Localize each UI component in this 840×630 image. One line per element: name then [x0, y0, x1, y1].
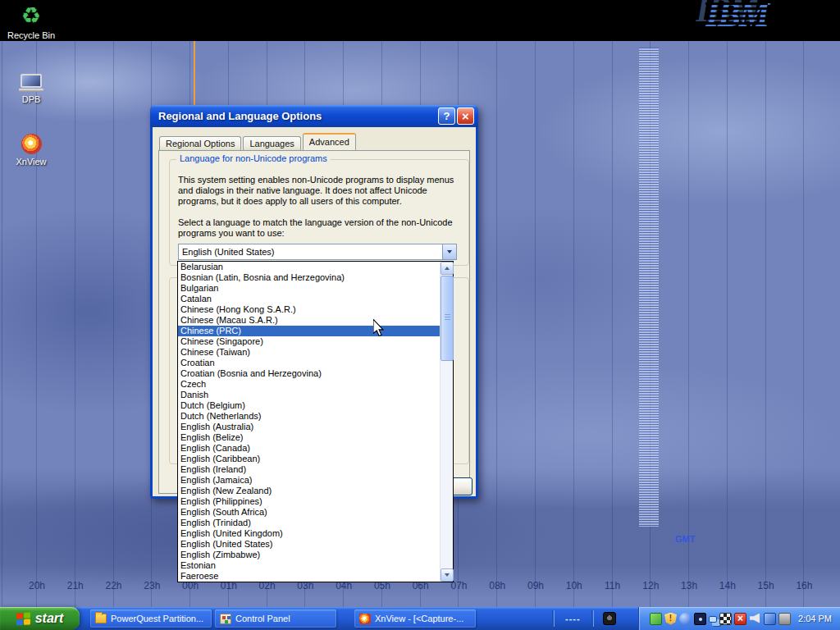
- close-button[interactable]: ×: [457, 107, 474, 125]
- task-label: XnView - [<Capture-...: [375, 614, 463, 623]
- desktop-icon-recycle-bin[interactable]: ♻ Recycle Bin: [2, 3, 61, 40]
- dialog-tabs: Regional OptionsLanguagesAdvanced: [159, 133, 358, 150]
- listbox-item[interactable]: English (Australia): [178, 422, 440, 432]
- regional-language-options-dialog: Regional and Language Options ? × Region…: [150, 105, 478, 499]
- listbox-item[interactable]: Chinese (Hong Kong S.A.R.): [178, 304, 440, 315]
- listbox-item[interactable]: Dutch (Belgium): [178, 400, 440, 411]
- task-buttons: PowerQuest Partition...Control PanelXnVi…: [90, 607, 479, 630]
- tray-security-shield-icon[interactable]: [664, 613, 677, 625]
- taskbar-task-2[interactable]: Control Panel: [215, 609, 336, 628]
- tab-regional-options[interactable]: Regional Options: [159, 136, 241, 150]
- listbox-item[interactable]: English (Trinidad): [178, 518, 440, 528]
- hour-label: 09h: [525, 580, 546, 591]
- hour-label: 08h: [486, 580, 508, 591]
- listbox-item[interactable]: Catalan: [178, 294, 440, 304]
- tab-advanced[interactable]: Advanced: [303, 133, 356, 150]
- listbox-item[interactable]: English (United States): [178, 539, 440, 550]
- listbox-item[interactable]: English (Caribbean): [178, 454, 440, 464]
- desktop-icon-xnview[interactable]: XnView: [2, 130, 61, 167]
- ibm-logo-text: IBM: [705, 0, 768, 34]
- desktop-icon-label: XnView: [16, 157, 46, 167]
- hour-label: 16h: [793, 580, 815, 591]
- deskband-divider[interactable]: [591, 610, 594, 627]
- listbox-item[interactable]: English (New Zealand): [178, 486, 440, 496]
- language-combobox[interactable]: English (United States): [178, 244, 457, 260]
- dialog-body: Regional OptionsLanguagesAdvanced Langua…: [153, 127, 476, 496]
- recycle-bin-icon: ♻: [21, 3, 41, 28]
- listbox-item[interactable]: Czech: [178, 379, 440, 390]
- windows-flag-icon: [16, 612, 30, 625]
- listbox-item[interactable]: English (South Africa): [178, 507, 440, 518]
- deskband-text[interactable]: ----: [559, 614, 587, 623]
- tray-dark-app-icon[interactable]: [694, 613, 706, 625]
- listbox-item[interactable]: English (Philippines): [178, 496, 440, 507]
- combobox-value: English (United States): [179, 244, 442, 259]
- advanced-tab-page: Language for non-Unicode programs This s…: [158, 150, 470, 494]
- listbox-item[interactable]: Croatian (Bosnia and Herzegovina): [178, 368, 440, 379]
- listbox-item[interactable]: English (Jamaica): [178, 475, 440, 486]
- hour-label: 23h: [141, 580, 162, 591]
- language-non-unicode-group: Language for non-Unicode programs This s…: [169, 159, 469, 266]
- tray-vnc-icon[interactable]: [719, 613, 732, 625]
- tray-volume-icon[interactable]: [749, 613, 761, 625]
- tray-gray-app-icon[interactable]: [778, 613, 791, 625]
- listbox-scrollbar[interactable]: [440, 262, 453, 582]
- start-button[interactable]: start: [0, 607, 80, 630]
- listbox-item[interactable]: Belarusian: [178, 262, 440, 272]
- control-panel-icon: [220, 614, 231, 624]
- group-instruction: Select a language to match the language …: [178, 217, 467, 239]
- desktop-icon-label: Recycle Bin: [7, 30, 55, 40]
- combobox-dropdown-button[interactable]: [442, 244, 456, 259]
- listbox-item[interactable]: Chinese (Macau S.A.R.): [178, 315, 440, 326]
- hour-label: 13h: [678, 580, 700, 591]
- listbox-item[interactable]: Chinese (Singapore): [178, 336, 440, 347]
- listbox-item[interactable]: Croatian: [178, 358, 440, 368]
- help-button[interactable]: ?: [438, 107, 455, 125]
- hour-label: 14h: [717, 580, 738, 591]
- listbox-item[interactable]: Danish: [178, 390, 440, 400]
- desktop-icon-dpb[interactable]: DPB: [2, 67, 61, 104]
- task-label: Control Panel: [235, 614, 290, 623]
- group-description: This system setting enables non-Unicode …: [178, 175, 467, 207]
- scrollbar-down-button[interactable]: [441, 568, 454, 582]
- task-label: PowerQuest Partition...: [111, 614, 203, 623]
- tab-languages[interactable]: Languages: [243, 136, 300, 150]
- hour-label: 10h: [564, 580, 585, 591]
- scrollbar-up-button[interactable]: [441, 262, 454, 275]
- listbox-item[interactable]: Chinese (Taiwan): [178, 347, 440, 358]
- hour-label: 20h: [26, 580, 48, 591]
- ibm-logo: IBM: [705, 0, 768, 41]
- language-listbox-items: BelarusianBosnian (Latin, Bosnia and Her…: [178, 262, 440, 582]
- scrollbar-thumb[interactable]: [441, 276, 454, 361]
- listbox-item[interactable]: Bosnian (Latin, Bosnia and Herzegovina): [178, 272, 440, 283]
- listbox-item[interactable]: Estonian: [178, 560, 440, 571]
- tray-antivirus-icon[interactable]: [650, 613, 662, 625]
- listbox-item[interactable]: English (Canada): [178, 443, 440, 454]
- tray-icons: [647, 613, 791, 625]
- hour-label: 22h: [103, 580, 125, 591]
- deskband-app-icon[interactable]: [603, 612, 616, 625]
- taskbar-task-1[interactable]: PowerQuest Partition...: [90, 609, 212, 628]
- listbox-item[interactable]: Dutch (Netherlands): [178, 411, 440, 422]
- listbox-item[interactable]: English (Zimbabwe): [178, 550, 440, 560]
- listbox-item[interactable]: English (Belize): [178, 432, 440, 443]
- laptop-icon: [19, 67, 43, 92]
- tray-network-icon[interactable]: [709, 616, 717, 623]
- listbox-item[interactable]: Chinese (PRC): [178, 326, 440, 336]
- listbox-item[interactable]: English (Ireland): [178, 464, 440, 475]
- tray-blue-app-icon[interactable]: [764, 613, 776, 625]
- tray-update-icon[interactable]: [679, 613, 692, 625]
- listbox-item[interactable]: Faeroese: [178, 571, 440, 582]
- listbox-item[interactable]: English (United Kingdom): [178, 528, 440, 539]
- chevron-down-icon: [447, 250, 452, 253]
- taskbar-clock[interactable]: 2:04 PM: [798, 614, 832, 623]
- taskbar-task-3[interactable]: XnView - [<Capture-...: [354, 609, 476, 628]
- arrow-down-icon: [445, 573, 450, 577]
- folder-icon: [95, 614, 107, 623]
- listbox-item[interactable]: Bulgarian: [178, 283, 440, 294]
- taskbar: start PowerQuest Partition...Control Pan…: [0, 607, 840, 630]
- tray-alert-icon[interactable]: [734, 613, 746, 625]
- deskband-divider[interactable]: [552, 610, 555, 627]
- dialog-titlebar[interactable]: Regional and Language Options ? ×: [150, 105, 478, 127]
- desktop-top-band: IBM: [0, 0, 840, 41]
